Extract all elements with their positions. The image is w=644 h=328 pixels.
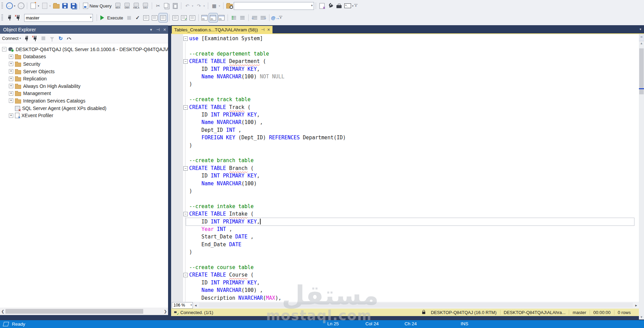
include-client-statistics-button[interactable]: ✓ [180, 13, 188, 22]
sqlcmd-mode-button[interactable] [142, 13, 150, 22]
execute-button[interactable]: Execute [99, 13, 125, 22]
scrollbar-thumb[interactable] [5, 309, 143, 314]
code-line-14[interactable]: FOREIGN KEY (Dept_ID) REFERENCES Departm… [186, 134, 634, 141]
connect-button[interactable]: Connect [2, 36, 18, 41]
cancel-query-button[interactable] [125, 13, 133, 22]
disconnect-button[interactable]: × [31, 34, 39, 43]
decrease-indent-button[interactable] [250, 13, 259, 22]
code-line-31[interactable]: --create course table [186, 264, 634, 271]
fold-collapse-icon[interactable]: − [183, 36, 188, 41]
fold-collapse-icon[interactable]: − [183, 212, 188, 216]
fold-collapse-icon[interactable]: − [183, 166, 188, 171]
fold-collapse-icon[interactable]: − [183, 273, 188, 277]
scroll-right-icon[interactable]: ❯ [163, 309, 168, 314]
code-line-21[interactable]: ) [186, 187, 634, 195]
navigate-backward-button[interactable]: ← [5, 1, 14, 10]
results-to-text-button[interactable] [200, 13, 209, 22]
code-line-4[interactable]: CREATE TABLE Department ( [186, 58, 634, 65]
object-explorer-titlebar[interactable]: Object Explorer ▾ ⊤ × [0, 25, 168, 34]
specify-values-button[interactable]: @→ [271, 13, 280, 22]
query-designer-button[interactable]: ▦ [210, 1, 218, 10]
specify-template-values-button[interactable] [188, 13, 197, 22]
code-line-16[interactable] [186, 149, 634, 157]
tree-item-xevent-profiler[interactable]: +XEvent Profiler [0, 112, 168, 119]
cut-button[interactable]: ✂ [154, 1, 162, 10]
oe-tree[interactable]: −DESKTOP-Q84TQAJ (SQL Server 16.0.1000.6… [0, 43, 168, 308]
comment-selection-button[interactable] [230, 13, 238, 22]
code-line-23[interactable]: --create intake table [186, 203, 634, 210]
options-wrench-button[interactable] [326, 1, 335, 10]
code-line-6[interactable]: Name NVARCHAR(100) NOT NULL [186, 73, 634, 80]
scroll-up-icon[interactable]: ▲ [639, 42, 644, 45]
dax-query-button[interactable]: DAX [141, 1, 150, 10]
save-all-button[interactable] [69, 1, 78, 10]
selection-margin[interactable] [171, 34, 183, 302]
code-line-26[interactable]: Year INT , [186, 225, 634, 233]
results-to-grid-button[interactable] [209, 13, 217, 22]
filter-button[interactable] [48, 34, 56, 43]
zoom-combobox[interactable]: 106 % ▾ [172, 302, 193, 309]
expand-icon[interactable]: + [9, 77, 13, 81]
fold-collapse-icon[interactable]: − [183, 105, 188, 110]
expand-icon[interactable]: + [9, 98, 13, 103]
expand-icon[interactable]: + [9, 69, 13, 74]
navigate-to-button[interactable] [225, 1, 234, 10]
code-line-17[interactable]: --create branch table [186, 157, 634, 164]
refresh-button[interactable]: ↻ [56, 34, 65, 43]
code-line-28[interactable]: End_Date DATE [186, 241, 634, 248]
include-live-query-statistics-button[interactable] [171, 13, 180, 22]
window-position-dropdown-icon[interactable]: ▾ [148, 27, 154, 32]
expand-icon[interactable]: + [9, 91, 13, 96]
xmla-query-button[interactable]: XMLA [132, 1, 141, 10]
toolbar-overflow-button[interactable]: ▾ [354, 4, 358, 7]
code-line-25[interactable]: ID INT PRIMARY KEY, [186, 218, 634, 225]
code-line-32[interactable]: CREATE TABLE Course ( [186, 271, 634, 279]
code-line-1[interactable]: use [Examination System] [186, 35, 634, 42]
code-line-30[interactable] [186, 256, 634, 264]
expand-icon[interactable]: + [9, 62, 13, 66]
navigate-forward-button[interactable]: → [17, 1, 25, 10]
activity-monitor-button[interactable] [65, 34, 73, 43]
new-query-button[interactable]: New Query [81, 1, 113, 10]
pin-icon[interactable]: ⊤ [261, 27, 264, 32]
tree-item-always-on-high-availability[interactable]: +Always On High Availability [0, 82, 168, 90]
scroll-left-icon[interactable]: ◂ [193, 303, 198, 308]
change-connection-button[interactable]: × [14, 13, 22, 22]
editor-hscrollbar[interactable] [199, 303, 633, 308]
command-window-button[interactable]: >_ [343, 1, 352, 10]
scroll-left-icon[interactable]: ❮ [0, 309, 5, 314]
code-line-24[interactable]: CREATE TABLE Intake ( [186, 210, 634, 218]
split-editor-handle[interactable]: ═ [639, 34, 644, 41]
tree-item-management[interactable]: +Management [0, 90, 168, 97]
scroll-down-icon[interactable]: ▼ [639, 315, 644, 319]
connect-object-explorer-button[interactable] [22, 34, 31, 43]
collapse-icon[interactable]: − [2, 47, 6, 51]
tree-item-integration-services-catalogs[interactable]: +Integration Services Catalogs [0, 97, 168, 105]
new-project-button[interactable] [40, 1, 49, 10]
tree-item-replication[interactable]: +Replication [0, 75, 168, 82]
code-line-35[interactable]: Description NVARCHAR(MAX), [186, 294, 634, 302]
connect-dropdown-icon[interactable]: ▾ [18, 37, 22, 40]
database-input[interactable] [24, 15, 88, 21]
tree-item-desktop-q84tqaj-sql-server-16-0-1000-6-d[interactable]: −DESKTOP-Q84TQAJ (SQL Server 16.0.1000.6… [0, 46, 168, 53]
undo-button[interactable]: ↶ [183, 1, 192, 10]
redo-button[interactable]: ↷ [195, 1, 203, 10]
tree-item-security[interactable]: +Security [0, 60, 168, 68]
tree-item-server-objects[interactable]: +Server Objects [0, 68, 168, 75]
editor-vscrollbar[interactable]: ═ ▲ ▼ [639, 34, 644, 319]
toolbar-grip[interactable] [1, 14, 3, 21]
save-button[interactable] [61, 1, 69, 10]
code-line-27[interactable]: Start_Date DATE , [186, 233, 634, 240]
scrollbar-thumb[interactable] [639, 48, 644, 94]
code-line-18[interactable]: CREATE TABLE Branch ( [186, 165, 634, 172]
code-line-2[interactable] [186, 42, 634, 50]
toolbox-button[interactable] [335, 1, 343, 10]
tree-item-databases[interactable]: +Databases [0, 53, 168, 61]
code-line-7[interactable]: ) [186, 80, 634, 88]
code-line-8[interactable] [186, 88, 634, 96]
code-line-34[interactable]: Name NVARCHAR(100) , [186, 286, 634, 294]
fold-collapse-icon[interactable]: − [183, 59, 188, 64]
mdx-query-button[interactable]: MDX [113, 1, 122, 10]
code-line-15[interactable]: ) [186, 142, 634, 149]
scroll-right-icon[interactable]: ▸ [633, 303, 639, 308]
